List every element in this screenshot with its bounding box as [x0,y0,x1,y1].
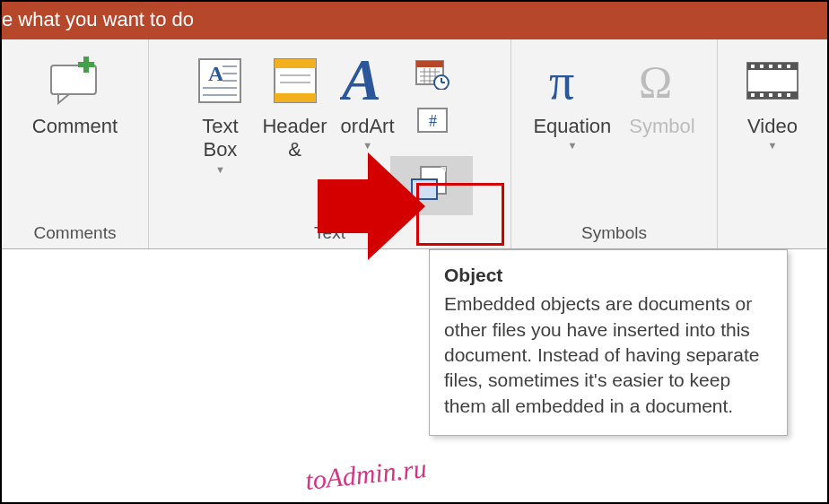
chevron-down-icon: ▼ [215,164,225,176]
tell-me-bar[interactable]: e what you want to do [2,2,827,39]
slidenumber-button[interactable]: # [410,104,455,140]
equation-button[interactable]: π Equation ▼ [524,47,620,156]
chevron-down-icon: ▼ [768,140,778,152]
slidenumber-icon: # [416,107,449,137]
video-icon [744,50,801,111]
textbox-label: Text Box [202,115,238,162]
video-button[interactable]: Video ▼ [735,47,810,156]
header-footer-label: Header & [262,115,327,162]
object-button[interactable] [390,156,473,215]
svg-rect-38 [760,65,764,68]
header-footer-icon [271,50,319,111]
group-symbols-label: Symbols [511,223,717,248]
svg-text:π: π [549,56,574,106]
tooltip-object: Object Embedded objects are documents or… [429,249,788,436]
textbox-icon: A [196,50,244,111]
symbol-label: Symbol [629,115,694,138]
group-symbols: π Equation ▼ Ω Symbol Symbols [511,39,718,248]
svg-rect-40 [778,65,781,68]
chevron-down-icon: ▼ [362,140,372,152]
symbol-icon: Ω [635,50,689,111]
chevron-down-icon: ▼ [567,140,577,152]
ribbon: Comment Comments A Text [2,39,827,249]
svg-rect-17 [416,61,443,67]
comment-button[interactable]: Comment [23,47,127,142]
header-footer-button[interactable]: Header & [253,47,336,166]
group-media: Video ▼ [718,39,827,248]
group-comments-label: Comments [2,223,148,248]
symbol-button[interactable]: Ω Symbol [620,47,703,142]
svg-rect-45 [778,93,781,97]
svg-rect-44 [769,93,772,97]
svg-rect-46 [787,93,790,97]
svg-rect-12 [275,93,316,102]
textbox-button[interactable]: A Text Box ▼ [187,47,253,179]
svg-rect-31 [412,179,437,199]
group-media-label [718,243,827,248]
group-text-label: Text [149,223,510,248]
wordart-label: ordArt [341,115,395,138]
equation-icon: π [544,50,601,111]
comment-icon [46,50,103,111]
svg-rect-37 [751,65,755,68]
datetime-icon [414,57,450,93]
svg-text:A: A [208,62,224,85]
wordart-button[interactable]: A ordArt ▼ [331,47,405,156]
equation-label: Equation [533,115,611,138]
tooltip-title: Object [444,263,772,288]
tell-me-text: e what you want to do [2,8,194,31]
svg-rect-43 [760,93,764,97]
svg-rect-39 [769,65,772,68]
object-icon [408,163,455,208]
svg-rect-0 [51,65,96,94]
svg-rect-11 [275,59,316,68]
datetime-button[interactable] [410,57,455,93]
svg-rect-2 [78,62,94,67]
group-comments: Comment Comments [2,39,149,248]
svg-text:#: # [429,112,437,130]
comment-label: Comment [32,115,118,138]
svg-rect-42 [751,93,755,97]
video-label: Video [747,115,798,138]
svg-text:A: A [340,53,381,109]
group-text: A Text Box ▼ [149,39,511,248]
svg-text:Ω: Ω [639,56,672,106]
tooltip-body: Embedded objects are documents or other … [444,291,772,419]
wordart-icon: A [340,50,396,111]
svg-rect-41 [787,65,790,68]
